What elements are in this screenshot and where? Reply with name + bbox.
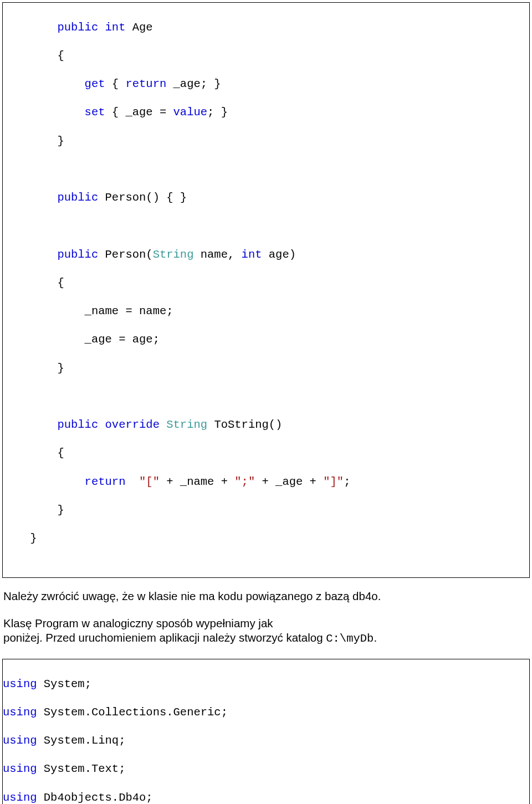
code-text: ;	[344, 475, 350, 488]
code-text: System.Text;	[37, 762, 126, 775]
code-text: { _age =	[105, 106, 173, 119]
prose-text: Klasę Program w analogiczny sposób wypeł…	[3, 617, 273, 629]
code-text: System;	[37, 678, 91, 690]
code-text: override	[98, 418, 160, 431]
code-text: age)	[262, 248, 296, 261]
code-text: ToString()	[207, 418, 282, 431]
code-text: return	[3, 475, 125, 488]
code-text: }	[3, 503, 529, 518]
code-text: ; }	[207, 106, 228, 119]
code-text: ";"	[234, 475, 255, 488]
code-text: return	[125, 78, 166, 90]
code-text: using	[3, 734, 37, 747]
code-block-person-class: public int Age { get { return _age; } se…	[2, 2, 530, 578]
code-text: Person() { }	[98, 191, 187, 204]
code-text: using	[3, 762, 37, 775]
code-text: "]"	[323, 475, 344, 488]
code-text: + _name +	[160, 475, 234, 488]
code-text: String	[160, 418, 207, 431]
code-text: using	[3, 678, 37, 690]
code-text: Person(	[98, 248, 152, 261]
prose-text: .	[374, 631, 377, 644]
code-text: int	[98, 21, 125, 34]
paragraph-note: Należy zwrócić uwagę, że w klasie nie ma…	[3, 589, 532, 604]
code-text: "["	[132, 475, 160, 488]
code-text: get	[3, 78, 105, 90]
code-text	[3, 219, 529, 233]
code-text: public	[3, 191, 98, 204]
code-text: {	[105, 78, 126, 90]
code-text: {	[3, 49, 529, 63]
code-text: _name = name;	[3, 304, 529, 319]
code-text: }	[3, 531, 529, 546]
code-text: public	[3, 21, 98, 34]
code-text: _age; }	[166, 78, 221, 90]
code-text	[3, 390, 529, 404]
prose-section: Należy zwrócić uwagę, że w klasie nie ma…	[3, 589, 532, 647]
code-text: public	[3, 418, 98, 431]
code-text: using	[3, 791, 37, 804]
code-text: using	[3, 706, 37, 719]
code-text: }	[3, 361, 529, 376]
code-text: public	[3, 248, 98, 261]
code-block-program-class: using System; using System.Collections.G…	[2, 659, 530, 804]
code-text: int	[242, 248, 262, 261]
code-text: String	[153, 248, 194, 261]
code-text: _age = age;	[3, 332, 529, 347]
paragraph-instructions: Klasę Program w analogiczny sposób wypeł…	[3, 616, 532, 647]
code-text: System.Collections.Generic;	[37, 706, 228, 719]
code-text: {	[3, 446, 529, 460]
code-text: value	[173, 106, 208, 119]
code-text: set	[3, 106, 105, 119]
code-text: name,	[193, 248, 241, 261]
code-text: System.Linq;	[37, 734, 126, 747]
code-text	[3, 162, 529, 177]
inline-code-path: C:\myDb	[326, 632, 374, 645]
code-text: }	[3, 134, 529, 148]
code-text	[125, 475, 132, 488]
code-text: Age	[125, 21, 152, 34]
code-text: {	[3, 276, 529, 290]
code-text: + _age +	[255, 475, 323, 488]
prose-text: poniżej. Przed uruchomieniem aplikacji n…	[3, 631, 326, 644]
code-text: Db4objects.Db4o;	[37, 791, 153, 804]
